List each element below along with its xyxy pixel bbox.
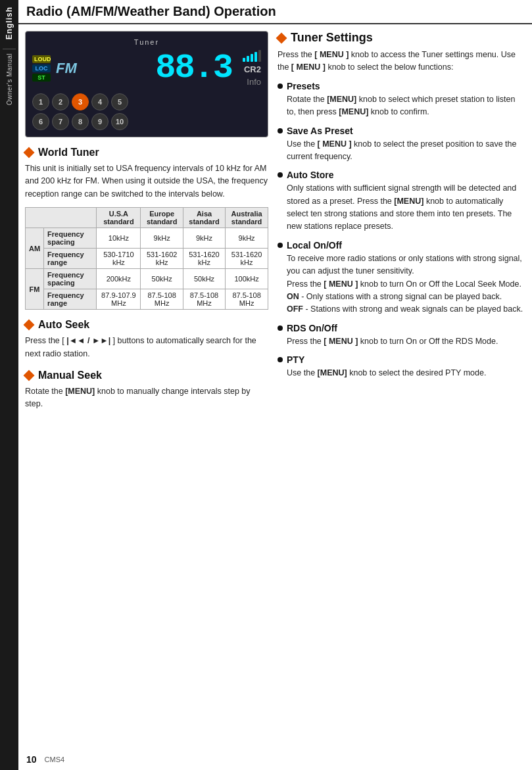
tuner-signal-bars [243,50,261,62]
bullet-body-rds-onoff: Press the [ MENU ] knob to turn On or Of… [278,335,525,348]
local-on-label: ON [287,292,299,301]
tuner-badge-loc: LOC [32,64,51,72]
presets-menu1: [MENU] [327,95,356,104]
auto-seek-title: Auto Seek [38,319,89,331]
world-tuner-title: World Tuner [38,147,99,158]
tuner-band: FM [56,60,77,77]
bullet-title-auto-store: Auto Store [287,170,334,180]
ts-intro-menu2: [ MENU ] [291,62,326,72]
tuner-label: Tuner [32,38,261,46]
diamond-icon-manual-seek [24,370,35,381]
bullet-dot-auto-store [278,172,283,178]
table-header-europe: Europestandard [141,208,183,228]
band-am: AM [26,228,44,269]
preset-btn-6[interactable]: 6 [32,113,49,130]
freq-spacing-am-label: Frequency spacing [44,228,97,249]
tuner-badge-loud: LOUD [32,55,51,63]
tuner-badges: LOUD LOC ST [32,55,51,82]
ts-intro-menu1: [ MENU ] [314,50,349,59]
freq-spacing-am-usa: 10kHz [97,228,141,249]
bullet-dot-rds-onoff [278,325,283,331]
band-fm: FM [26,269,44,310]
freq-range-am-usa: 530-1710 kHz [97,249,141,269]
preset-btn-10[interactable]: 10 [111,113,128,130]
freq-range-fm-usa: 87.9-107.9 MHz [97,289,141,310]
left-column: Tuner LOUD LOC ST FM 88.3 [25,31,268,416]
preset-btn-3[interactable]: 3 [72,93,89,110]
table-header-empty [26,208,97,228]
tuner-frequency: 88.3 [82,51,232,85]
freq-spacing-am-asia: 9kHz [183,228,225,249]
tuner-display: Tuner LOUD LOC ST FM 88.3 [25,31,268,137]
preset-btn-4[interactable]: 4 [91,93,109,110]
bullet-body-local-onoff: To receive more radio stations or only s… [278,253,525,316]
freq-range-am-australia: 531-1620 kHz [226,249,268,269]
auto-seek-buttons: |◄◄ / ►►| [66,336,110,345]
bullet-heading-local-onoff: Local On/Off [278,240,525,251]
bullet-title-save-as-preset: Save As Preset [287,126,353,136]
signal-bar-2 [247,56,249,62]
freq-range-am-asia: 531-1620 kHz [183,249,225,269]
freq-spacing-fm-usa: 200kHz [97,269,141,289]
freq-range-fm-europe: 87.5-108 MHz [141,289,183,310]
preset-btn-5[interactable]: 5 [111,93,128,110]
signal-bar-3 [251,54,253,62]
manual-seek-heading: Manual Seek [25,370,268,381]
diamond-icon-tuner-settings [276,32,287,43]
bullet-body-save-as-preset: Use the [ MENU ] knob to select the pres… [278,138,525,164]
table-header-asia: Aisastandard [183,208,225,228]
auto-seek-body: Press the [ |◄◄ / ►►| ] buttons to autom… [25,335,268,360]
bullet-title-pty: PTY [287,354,304,365]
rds-menu: [ MENU ] [324,337,358,346]
signal-bar-1 [243,58,245,62]
sidebar-manual-label: Owner's Manual [6,53,13,105]
bullet-dot-save-as-preset [278,128,283,133]
content-area: Tuner LOUD LOC ST FM 88.3 [18,24,532,423]
bullet-heading-save-as-preset: Save As Preset [278,126,525,136]
bullet-rds-onoff: RDS On/Off Press the [ MENU ] knob to tu… [278,323,525,348]
tuner-settings-intro: Press the [ MENU ] knob to access the Tu… [278,49,525,74]
freq-range-fm-asia: 87.5-108 MHz [183,289,225,310]
sidebar-divider [3,49,16,49]
bullet-body-auto-store: Only stations with sufficient signal str… [278,182,525,233]
local-off-label: OFF [287,304,303,314]
main-content: Radio (AM/FM/Weather Band) Operation Tun… [18,0,532,770]
bullet-body-presets: Rotate the [MENU] knob to select which p… [278,93,525,119]
freq-range-fm-label: Frequency range [44,289,97,310]
page-title-bar: Radio (AM/FM/Weather Band) Operation [18,0,532,24]
page-footer: 10 CMS4 [18,749,532,770]
bullet-body-pty: Use the [MENU] knob to select the desire… [278,367,525,379]
bullet-dot-presets [278,84,283,89]
bullet-title-presets: Presets [287,81,320,91]
page-title: Radio (AM/FM/Weather Band) Operation [26,4,276,19]
sidebar-english-label: English [5,7,14,39]
freq-range-fm-australia: 87.5-108 MHz [226,289,268,310]
freq-spacing-am-australia: 9kHz [226,228,268,249]
table-row: AM Frequency spacing 10kHz 9kHz 9kHz 9kH… [26,228,268,249]
bullet-local-onoff: Local On/Off To receive more radio stati… [278,240,525,316]
table-header-usa: U.S.Astandard [97,208,141,228]
table-row: Frequency range 530-1710 kHz 531-1602 kH… [26,249,268,269]
preset-btn-9[interactable]: 9 [91,113,109,130]
freq-spacing-fm-asia: 50kHz [183,269,225,289]
save-preset-menu: [ MENU ] [318,139,352,149]
bullet-dot-local-onoff [278,243,283,248]
table-row: Frequency range 87.9-107.9 MHz 87.5-108 … [26,289,268,310]
presets-menu2: [MENU] [339,107,368,116]
table-row: FM Frequency spacing 200kHz 50kHz 50kHz … [26,269,268,289]
preset-btn-1[interactable]: 1 [32,93,49,110]
preset-btn-2[interactable]: 2 [52,93,69,110]
preset-rows: 1 2 3 4 5 6 7 8 9 10 [32,93,261,130]
pty-menu: [MENU] [318,368,347,377]
bullet-heading-rds-onoff: RDS On/Off [278,323,525,333]
bullet-pty: PTY Use the [MENU] knob to select the de… [278,354,525,379]
preset-btn-8[interactable]: 8 [72,113,89,130]
cms-label: CMS4 [45,756,65,763]
bullet-heading-pty: PTY [278,354,525,365]
bullet-presets: Presets Rotate the [MENU] knob to select… [278,81,525,119]
freq-spacing-fm-australia: 100kHz [226,269,268,289]
preset-btn-7[interactable]: 7 [52,113,69,130]
right-column: Tuner Settings Press the [ MENU ] knob t… [278,31,525,416]
sidebar: English Owner's Manual [0,0,18,770]
world-tuner-heading: World Tuner [25,147,268,158]
